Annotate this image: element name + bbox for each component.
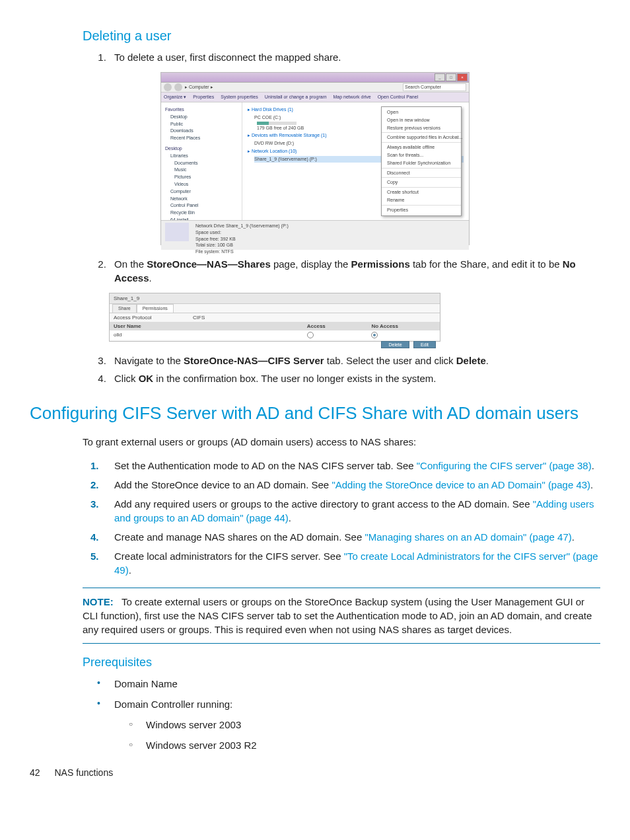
cell-access[interactable] [307,331,372,338]
toolbar-properties[interactable]: Properties [193,94,214,100]
page-number: 42 [30,767,40,778]
nav-favorites[interactable]: Favorites [165,106,238,113]
page-footer: 42 NAS functions [30,767,600,780]
close-button[interactable]: × [457,73,468,81]
status-line1: Network Drive Share_1_9 (\\servername) (… [195,223,289,229]
nav-install[interactable]: 64 install [170,217,238,220]
ctx-open-new[interactable]: Open in new window [382,116,461,124]
ctx-sync[interactable]: Shared Folder Synchronization [382,159,461,167]
cell-noaccess[interactable] [371,331,436,338]
status-line2: Space used: [195,229,289,236]
screenshot-explorer: _ □ × ▸ Computer ▸ Search Computer Organ… [160,72,470,245]
nav-pictures[interactable]: Pictures [174,174,238,180]
toolbar-organize[interactable]: Organize ▾ [164,94,186,100]
ctx-rename[interactable]: Rename [382,196,461,204]
content-pane: ▸ Hard Disk Drives (1) PC COE (C:) 179 G… [242,102,469,220]
cfg-step-5: Create local administrators for the CIFS… [109,549,600,577]
details-pane: Network Drive Share_1_9 (\\servername) (… [161,220,469,250]
link-managing-shares[interactable]: "Managing shares on an AD domain" (page … [365,531,571,543]
heading-deleting-user: Deleting a user [83,26,600,45]
link-configuring-cifs-server[interactable]: "Configuring the CIFS server" (page 38) [417,460,592,471]
breadcrumb[interactable]: ▸ Computer ▸ [185,84,400,91]
toolbar-controlpanel[interactable]: Open Control Panel [378,94,418,100]
note-label: NOTE: [83,596,114,607]
toolbar-uninstall[interactable]: Uninstall or change a program [265,94,327,100]
step-1-text: To delete a user, first disconnect the m… [114,52,341,63]
prereq-win2003r2: Windows server 2003 R2 [141,738,600,752]
delete-button[interactable]: Delete [381,341,409,348]
nav-fwd-icon[interactable] [174,83,182,91]
label-access-protocol: Access Protocol [114,314,193,321]
status-line3: Space free: 392 KB [195,236,289,243]
intro-text: To grant external users or groups (AD do… [83,435,600,449]
ctx-offline[interactable]: Always available offline [382,143,461,151]
nav-desktop-group[interactable]: Desktop [165,145,238,152]
row-protocol: Access Protocol CIFS [110,313,440,322]
perm-table-header: User Name Access No Access [110,322,440,330]
nav-recycle[interactable]: Recycle Bin [170,210,238,216]
maximize-button[interactable]: □ [446,73,456,81]
nav-public[interactable]: Public [170,121,238,128]
step-2: On the StoreOnce—NAS—Shares page, displa… [109,257,600,285]
nav-pane: Favorites Desktop Public Downloads Recen… [161,102,242,220]
link-adding-ad-domain[interactable]: "Adding the StoreOnce device to an AD Do… [332,479,590,490]
tab-share[interactable]: Share [112,304,137,313]
nav-downloads[interactable]: Downloads [170,128,238,134]
note-text: To create external users or groups on th… [83,596,592,635]
prereq-list: Domain Name Domain Controller running: W… [83,677,600,752]
nav-desktop[interactable]: Desktop [170,114,238,120]
screenshot-permissions: Share_1_9 Share Permissions Access Proto… [109,293,440,342]
footer-title: NAS functions [54,767,113,778]
radio-access[interactable] [307,332,314,338]
toolbar-sysprops[interactable]: System properties [221,94,258,100]
ctx-copy[interactable]: Copy [382,178,461,186]
status-line5: File system: NTFS [195,248,289,255]
prereq-win2003: Windows server 2003 [141,718,600,732]
context-menu: Open Open in new window Restore previous… [381,106,462,216]
tabs: Share Permissions [110,304,440,313]
nav-libraries[interactable]: Libraries [170,153,238,159]
address-bar: ▸ Computer ▸ Search Computer [161,83,469,93]
ctx-combine[interactable]: Combine supported files in Acrobat... [382,134,461,141]
ctx-properties[interactable]: Properties [382,206,461,214]
step-3: Navigate to the StoreOnce-NAS—CIFS Serve… [109,354,600,367]
nav-computer[interactable]: Computer [170,188,238,195]
ctx-scan[interactable]: Scan for threats... [382,151,461,159]
toolbar-mapdrive[interactable]: Map network drive [333,94,370,100]
heading-prerequisites: Prerequisites [83,654,600,671]
nav-music[interactable]: Music [174,167,238,173]
minimize-button[interactable]: _ [435,73,445,81]
nav-back-icon[interactable] [164,83,172,91]
ctx-shortcut[interactable]: Create shortcut [382,188,461,196]
tab-permissions[interactable]: Permissions [137,304,174,313]
nav-recent[interactable]: Recent Places [170,135,238,141]
nav-videos[interactable]: Videos [174,181,238,188]
drive-icon [165,223,189,241]
nav-controlpanel[interactable]: Control Panel [170,202,238,209]
nav-network[interactable]: Network [170,196,238,202]
th-access: Access [307,323,372,330]
step-1: To delete a user, first disconnect the m… [109,50,600,64]
configuring-steps: Set the Authentication mode to AD on the… [83,459,600,577]
edit-button[interactable]: Edit [413,341,436,348]
prereq-domain-controller: Domain Controller running: Windows serve… [109,697,600,752]
deleting-user-steps-cont: On the StoreOnce—NAS—Shares page, displa… [83,257,600,285]
step-4: Click OK in the confirmation box. The us… [109,371,600,385]
search-input[interactable]: Search Computer [403,83,466,91]
perm-table-row[interactable]: olld [110,330,440,339]
nav-documents[interactable]: Documents [174,160,238,167]
radio-noaccess[interactable] [371,332,378,338]
deleting-user-steps-cont2: Navigate to the StoreOnce-NAS—CIFS Serve… [83,354,600,385]
panel-buttons: Delete Edit [110,340,440,350]
prereq-sublist: Windows server 2003 Windows server 2003 … [114,718,600,752]
value-access-protocol: CIFS [193,314,205,321]
ctx-restore[interactable]: Restore previous versions [382,124,461,132]
ctx-disconnect[interactable]: Disconnect [382,169,461,177]
note-block: NOTE: To create external users or groups… [83,588,600,644]
cfg-step-2: Add the StoreOnce device to an AD domain… [109,478,600,492]
th-username: User Name [114,323,307,330]
status-line4: Total size: 100 GB [195,242,289,248]
ctx-open[interactable]: Open [382,108,461,116]
drive-c-bar [257,122,297,125]
cfg-step-1: Set the Authentication mode to AD on the… [109,459,600,473]
